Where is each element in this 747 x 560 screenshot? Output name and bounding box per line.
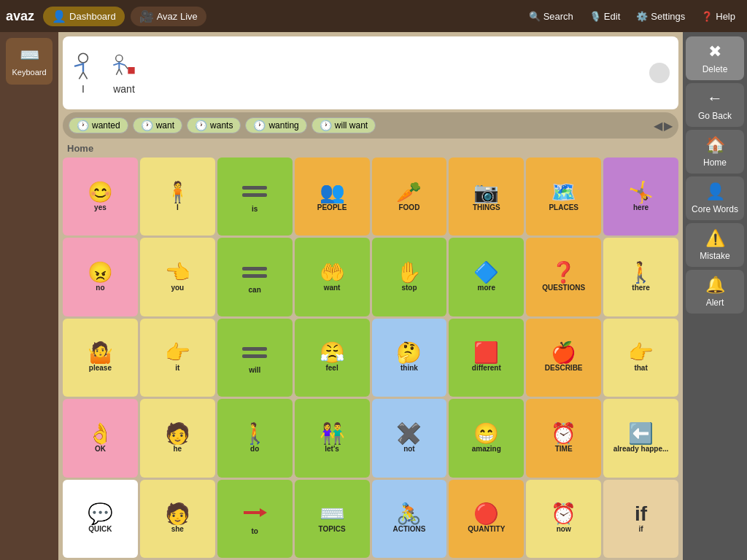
svg-marker-20 (260, 508, 267, 517)
cell-label-10: can (249, 286, 261, 294)
grid-cell-can[interactable]: can (217, 238, 293, 316)
cell-image-15: 🚶 (628, 262, 654, 283)
grid-cell-describe[interactable]: 🍎DESCRIBE (526, 319, 601, 397)
edit-nav-btn[interactable]: 🎙️ Edit (584, 8, 626, 25)
grid-cell-let-s[interactable]: 👫let's (295, 399, 370, 477)
grid-cell-now[interactable]: ⏰now (526, 480, 601, 558)
cell-image-14: ❓ (551, 262, 576, 283)
symbol-grid: 😊yes🧍Iis👥PEOPLE🥕FOOD📷THINGS🗺️PLACES🤸here… (58, 155, 683, 560)
sentence-clear-btn[interactable] (649, 63, 670, 83)
grid-cell-she[interactable]: 🧑she (140, 480, 215, 558)
cell-label-18: will (249, 366, 260, 374)
grid-cell-places[interactable]: 🗺️PLACES (526, 158, 601, 236)
cell-label-15: there (632, 284, 649, 292)
left-sidebar: ⌨️ Keyboard (0, 32, 58, 560)
grid-cell-please[interactable]: 🤷please (63, 319, 138, 397)
grid-cell-he[interactable]: 🧑he (140, 399, 215, 477)
center-panel: I want 🕐 wanted (58, 32, 683, 560)
settings-nav-btn[interactable]: ⚙️ Settings (630, 8, 691, 25)
grid-cell-no[interactable]: 😠no (63, 238, 138, 316)
grid-cell-is[interactable]: is (217, 158, 293, 236)
grid-cell-topics[interactable]: ⌨️TOPICS (295, 480, 370, 558)
grid-cell-i[interactable]: 🧍I (140, 158, 215, 236)
grid-cell-time[interactable]: ⏰TIME (526, 399, 601, 477)
svg-line-4 (83, 72, 88, 79)
cell-image-4: 🥕 (396, 182, 422, 203)
sentence-bar[interactable]: I want (63, 36, 678, 109)
conj-wanted[interactable]: 🕐 wanted (69, 117, 128, 133)
help-nav-btn[interactable]: ❓ Help (695, 8, 741, 25)
conj-want[interactable]: 🕐 want (133, 117, 182, 133)
grid-cell-more[interactable]: 🔷more (449, 238, 524, 316)
grid-cell-actions[interactable]: 🚴ACTIONS (372, 480, 447, 558)
cell-image-25: 🧑 (165, 424, 190, 444)
conj-prev[interactable]: ◀ (654, 119, 662, 133)
grid-cell-it[interactable]: 👉it (140, 319, 215, 397)
grid-cell-yes[interactable]: 😊yes (63, 158, 138, 236)
right-sidebar: ✖ Delete ← Go Back 🏠 Home 👤 Core Words ⚠… (683, 32, 747, 560)
grid-cell-feel[interactable]: 😤feel (295, 319, 370, 397)
cell-image-35: ⌨️ (320, 504, 345, 524)
grid-cell-already-happe---[interactable]: ⬅️already happe... (603, 399, 678, 477)
grid-cell-here[interactable]: 🤸here (603, 158, 678, 236)
keyboard-btn[interactable]: ⌨️ Keyboard (6, 38, 53, 85)
grid-cell-food[interactable]: 🥕FOOD (372, 158, 447, 236)
grid-cell-people[interactable]: 👥PEOPLE (295, 158, 370, 236)
grid-cell-things[interactable]: 📷THINGS (449, 158, 524, 236)
grid-cell-there[interactable]: 🚶there (603, 238, 678, 316)
cell-image-17: 👉 (165, 343, 190, 363)
cell-image-32: 💬 (88, 504, 113, 524)
cell-label-30: TIME (555, 445, 573, 453)
main-layout: ⌨️ Keyboard I (0, 32, 747, 560)
cell-label-9: you (171, 284, 184, 292)
grid-cell-amazing[interactable]: 😁amazing (449, 399, 524, 477)
grid-cell-stop[interactable]: ✋stop (372, 238, 447, 316)
grid-cell-different[interactable]: 🟥different (449, 319, 524, 397)
conj-will-want[interactable]: 🕐 will want (311, 117, 376, 133)
grid-cell-want[interactable]: 🤲want (295, 238, 370, 316)
grid-cell-if[interactable]: ifif (603, 480, 678, 558)
conjugation-bar: 🕐 wanted 🕐 want 🕐 wants 🕐 wanting 🕐 will… (63, 112, 678, 139)
grid-cell-will[interactable]: will (217, 319, 293, 397)
conj-wants[interactable]: 🕐 wants (187, 117, 241, 133)
cell-label-28: not (403, 445, 415, 453)
grid-cell-to[interactable]: to (217, 480, 293, 558)
conj-next[interactable]: ▶ (664, 119, 673, 133)
cell-label-1: I (177, 203, 179, 211)
nav-right: 🔍 Search 🎙️ Edit ⚙️ Settings ❓ Help (523, 8, 741, 25)
grid-cell-you[interactable]: 👈you (140, 238, 215, 316)
cell-image-34 (241, 502, 268, 526)
cell-label-7: here (633, 203, 649, 211)
grid-cell-that[interactable]: 👉that (603, 319, 678, 397)
delete-btn[interactable]: ✖ Delete (686, 36, 744, 80)
grid-cell-ok[interactable]: 👌OK (63, 399, 138, 477)
search-nav-btn[interactable]: 🔍 Search (523, 8, 579, 25)
grid-cell-not[interactable]: ✖️not (372, 399, 447, 477)
cell-label-17: it (175, 364, 179, 372)
go-back-btn[interactable]: ← Go Back (686, 83, 744, 127)
cell-label-26: do (250, 445, 259, 453)
home-right-btn[interactable]: 🏠 Home (686, 130, 744, 174)
grid-cell-quick[interactable]: 💬QUICK (63, 480, 138, 558)
mistake-btn[interactable]: ⚠️ Mistake (686, 223, 744, 267)
cell-label-29: amazing (472, 445, 501, 453)
avaz-live-btn[interactable]: 🎥 Avaz Live (131, 7, 206, 26)
grid-cell-do[interactable]: 🚶do (217, 399, 293, 477)
conj-wanting[interactable]: 🕐 wanting (245, 117, 306, 133)
cell-label-34: to (251, 527, 258, 535)
dashboard-btn[interactable]: 👤 Dashboard (43, 7, 125, 26)
grid-cell-questions[interactable]: ❓QUESTIONS (526, 238, 601, 316)
cell-image-22: 🍎 (551, 343, 576, 363)
alert-btn[interactable]: 🔔 Alert (686, 270, 744, 314)
cell-image-28: ✖️ (396, 424, 422, 444)
grid-cell-quantity[interactable]: 🔴QUANTITY (449, 480, 524, 558)
svg-rect-11 (128, 67, 134, 74)
top-nav: avaz 👤 Dashboard 🎥 Avaz Live 🔍 Search 🎙️… (0, 0, 747, 32)
cell-image-0: 😊 (88, 182, 113, 203)
svg-line-2 (74, 64, 83, 66)
core-words-btn[interactable]: 👤 Core Words (686, 176, 744, 220)
cell-image-23: 👉 (628, 343, 654, 363)
cell-label-16: please (89, 364, 112, 372)
grid-cell-think[interactable]: 🤔think (372, 319, 447, 397)
svg-rect-13 (242, 186, 267, 190)
